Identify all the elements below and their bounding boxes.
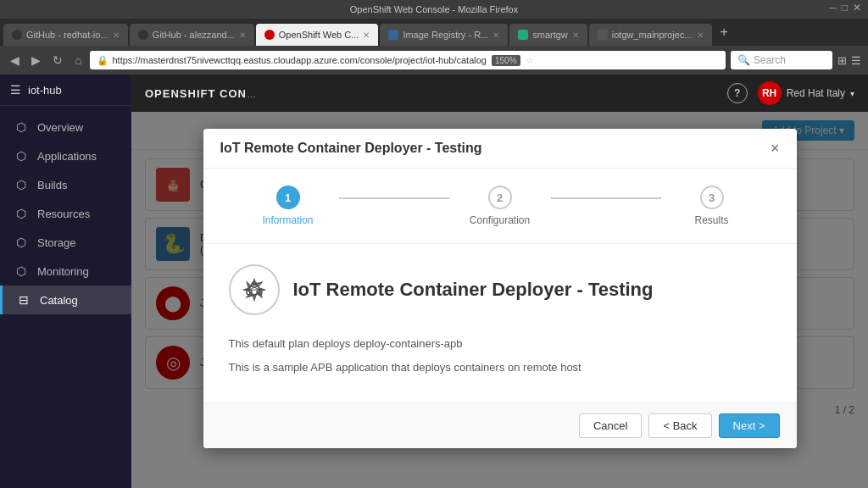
tab-gh1[interactable]: GitHub - redhat-io... ✕ bbox=[3, 24, 128, 46]
modal-dialog: IoT Remote Container Deployer - Testing … bbox=[203, 129, 797, 448]
tab-close-img[interactable]: ✕ bbox=[492, 30, 499, 40]
extensions-icon[interactable]: ⊞ bbox=[837, 54, 847, 67]
menu-icon[interactable]: ☰ bbox=[851, 54, 861, 67]
sidebar-item-builds[interactable]: ⬡ Builds bbox=[0, 170, 131, 199]
sidebar-header: ☰ iot-hub bbox=[0, 75, 131, 106]
back-btn[interactable]: ◀ bbox=[7, 52, 23, 69]
service-icon bbox=[229, 264, 280, 315]
reload-btn[interactable]: ↻ bbox=[49, 52, 66, 69]
applications-icon: ⬡ bbox=[14, 149, 29, 163]
main-topbar: OPENSHIFT CON… ? RH Red Hat Italy ▾ bbox=[131, 75, 868, 112]
browser-title: OpenShift Web Console - Mozilla Firefox bbox=[350, 4, 519, 14]
user-dropdown-icon: ▾ bbox=[850, 89, 854, 98]
modal-overlay: IoT Remote Container Deployer - Testing … bbox=[131, 112, 868, 488]
app-container: ☰ iot-hub ⬡ Overview ⬡ Applications ⬡ Bu… bbox=[0, 75, 868, 488]
tab-iotgw[interactable]: iotgw_mainprojec... ✕ bbox=[589, 24, 712, 46]
sidebar-item-resources[interactable]: ⬡ Resources bbox=[0, 199, 131, 228]
resources-icon: ⬡ bbox=[14, 207, 29, 220]
monitoring-icon: ⬡ bbox=[14, 264, 29, 278]
cancel-button[interactable]: Cancel bbox=[579, 413, 642, 438]
storage-icon: ⬡ bbox=[14, 236, 29, 249]
step-line-2 bbox=[551, 197, 661, 199]
tab-favicon-oc bbox=[264, 30, 275, 40]
tab-label-smart: smartgw bbox=[532, 30, 568, 40]
sidebar-item-monitoring[interactable]: ⬡ Monitoring bbox=[0, 257, 131, 286]
topbar-right: ? RH Red Hat Italy ▾ bbox=[727, 81, 854, 105]
modal-title: IoT Remote Container Deployer - Testing bbox=[220, 141, 482, 156]
tab-favicon-img bbox=[388, 30, 398, 40]
openshift-logo: OPENSHIFT CON… bbox=[145, 87, 257, 100]
tab-close-gh2[interactable]: ✕ bbox=[239, 30, 246, 40]
wizard-step-results: 3 Results bbox=[661, 186, 763, 226]
url-extra-icons: ☆ bbox=[526, 55, 534, 66]
sidebar-item-overview-label: Overview bbox=[37, 121, 83, 134]
tab-favicon-gh1 bbox=[12, 30, 22, 40]
new-tab-btn[interactable]: + bbox=[714, 25, 735, 40]
bookmark-icon[interactable]: ☆ bbox=[526, 55, 534, 66]
tab-label-gh1: GitHub - redhat-io... bbox=[26, 30, 108, 40]
overview-icon: ⬡ bbox=[14, 120, 29, 134]
url-input[interactable]: 🔒 https://masterdnst75nivewcttqq.eastus.… bbox=[90, 51, 726, 69]
sidebar-item-overview[interactable]: ⬡ Overview bbox=[0, 113, 131, 141]
url-bar: ◀ ▶ ↻ ⌂ 🔒 https://masterdnst75nivewcttqq… bbox=[0, 46, 868, 75]
search-placeholder: Search bbox=[754, 54, 786, 66]
sidebar-item-resources-label: Resources bbox=[37, 208, 90, 220]
tab-img[interactable]: Image Registry - R... ✕ bbox=[380, 24, 508, 46]
sidebar-item-applications-label: Applications bbox=[37, 150, 97, 163]
close-btn[interactable]: ✕ bbox=[853, 2, 861, 14]
hamburger-icon[interactable]: ☰ bbox=[10, 83, 21, 97]
tab-close-smart[interactable]: ✕ bbox=[572, 30, 579, 40]
step-number-results: 3 bbox=[709, 191, 715, 204]
tab-close-oc[interactable]: ✕ bbox=[363, 30, 370, 40]
sidebar-item-catalog[interactable]: ⊟ Catalog bbox=[0, 286, 131, 314]
help-button[interactable]: ? bbox=[727, 83, 748, 103]
tab-oc[interactable]: OpenShift Web C... ✕ bbox=[256, 24, 379, 46]
home-btn[interactable]: ⌂ bbox=[71, 52, 85, 69]
service-header: IoT Remote Container Deployer - Testing bbox=[229, 264, 771, 315]
sidebar-item-storage-label: Storage bbox=[37, 236, 76, 249]
main-area: OPENSHIFT CON… ? RH Red Hat Italy ▾ Add … bbox=[131, 75, 868, 488]
search-icon: 🔍 bbox=[737, 54, 750, 66]
sidebar-project-name: iot-hub bbox=[28, 84, 62, 97]
minimize-btn[interactable]: ─ bbox=[829, 2, 837, 14]
sidebar-item-storage[interactable]: ⬡ Storage bbox=[0, 228, 131, 257]
lock-icon: 🔒 bbox=[97, 55, 108, 66]
step-number-config: 2 bbox=[497, 191, 503, 204]
maximize-btn[interactable]: □ bbox=[842, 2, 848, 14]
step-label-results: Results bbox=[694, 214, 728, 226]
url-text: https://masterdnst75nivewcttqq.eastus.cl… bbox=[112, 55, 486, 65]
browser-tabs: GitHub - redhat-io... ✕ GitHub - alezzan… bbox=[0, 19, 868, 46]
tab-gh2[interactable]: GitHub - alezzand... ✕ bbox=[130, 24, 254, 46]
tab-label-iotgw: iotgw_mainprojec... bbox=[612, 30, 693, 40]
modal-footer: Cancel < Back Next > bbox=[203, 402, 797, 448]
modal-close-button[interactable]: × bbox=[771, 141, 780, 156]
tab-favicon-gh2 bbox=[138, 30, 148, 40]
catalog-area: Add to Project ▾ 🎂 CakePHP + MySQL 🐍 Dja… bbox=[131, 112, 868, 488]
sidebar: ☰ iot-hub ⬡ Overview ⬡ Applications ⬡ Bu… bbox=[0, 75, 131, 488]
tab-label-oc: OpenShift Web C... bbox=[279, 30, 359, 40]
user-avatar: RH bbox=[758, 81, 782, 105]
catalog-icon: ⊟ bbox=[16, 293, 31, 307]
tab-smart[interactable]: smartgw ✕ bbox=[509, 24, 587, 46]
back-button[interactable]: < Back bbox=[648, 413, 711, 438]
tab-label-gh2: GitHub - alezzand... bbox=[153, 30, 235, 40]
service-desc-1: This default plan deploys deploy-contain… bbox=[229, 336, 771, 352]
browser-titlebar: OpenShift Web Console - Mozilla Firefox … bbox=[0, 0, 868, 19]
modal-body: IoT Remote Container Deployer - Testing … bbox=[203, 244, 797, 402]
service-icon-svg bbox=[237, 273, 271, 307]
step-label-info: Information bbox=[262, 214, 313, 226]
toolbar-icons: ⊞ ☰ bbox=[837, 54, 861, 67]
tab-label-img: Image Registry - R... bbox=[403, 30, 488, 40]
sidebar-item-monitoring-label: Monitoring bbox=[37, 265, 89, 278]
wizard-step-config: 2 Configuration bbox=[449, 186, 551, 226]
next-button[interactable]: Next > bbox=[719, 413, 780, 438]
sidebar-item-applications[interactable]: ⬡ Applications bbox=[0, 141, 131, 170]
step-number-info: 1 bbox=[285, 191, 291, 204]
search-input[interactable]: 🔍 Search bbox=[731, 51, 832, 69]
tab-favicon-iotgw bbox=[598, 30, 608, 40]
user-info[interactable]: RH Red Hat Italy ▾ bbox=[758, 81, 854, 105]
tab-close-iotgw[interactable]: ✕ bbox=[697, 30, 704, 40]
user-name: Red Hat Italy bbox=[787, 87, 845, 99]
forward-btn[interactable]: ▶ bbox=[28, 52, 44, 69]
tab-close-gh1[interactable]: ✕ bbox=[113, 30, 120, 40]
